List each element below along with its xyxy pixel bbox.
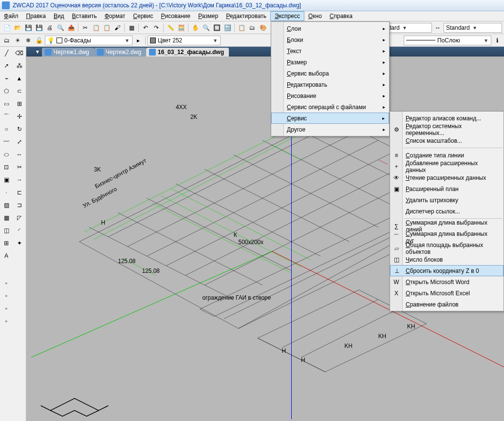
- express-menu-item[interactable]: Сервис выбора▸: [271, 68, 389, 79]
- offset-tool[interactable]: ⊂: [14, 85, 25, 97]
- menu-формат[interactable]: Формат: [101, 11, 130, 21]
- rotate-tool[interactable]: ↻: [14, 123, 25, 135]
- hatch-tool[interactable]: ▨: [0, 199, 12, 211]
- lineweight-combo[interactable]: ПоСлою ▾: [404, 36, 491, 45]
- extend-tool[interactable]: →: [14, 174, 25, 186]
- open-button[interactable]: 📂: [13, 23, 22, 33]
- erase-tool[interactable]: ⌫: [14, 47, 25, 59]
- menu-рисование[interactable]: Рисование: [157, 11, 194, 21]
- group-tool4[interactable]: ▫: [0, 315, 12, 327]
- match-button[interactable]: 🖌: [112, 23, 122, 33]
- dimstyle-icon[interactable]: ↔: [433, 23, 443, 33]
- pan-button[interactable]: ✋: [190, 23, 200, 33]
- service-menu-item[interactable]: ⚙Редактор системных переменных...: [390, 124, 504, 135]
- circle-tool[interactable]: ○: [0, 123, 12, 135]
- gradient-tool[interactable]: ▦: [0, 212, 12, 224]
- menu-сервис[interactable]: Сервис: [129, 11, 157, 21]
- layer-sun-icon[interactable]: ☀: [13, 36, 22, 45]
- point-tool[interactable]: ·: [0, 187, 12, 198]
- service-menu-item[interactable]: Сравнение файлов: [390, 299, 504, 310]
- chamfer-tool[interactable]: ◸: [14, 212, 25, 224]
- service-menu-item[interactable]: WОткрыть Microsoft Word: [390, 276, 504, 287]
- express-menu-item[interactable]: Редактировать▸: [271, 79, 389, 90]
- menu-редактировать[interactable]: Редактировать: [222, 11, 270, 21]
- express-menu-item[interactable]: Сервис▸: [271, 113, 389, 124]
- dim-style-combo[interactable]: Standard ▾: [444, 23, 502, 33]
- service-menu-item[interactable]: XОткрыть Microsoft Excel: [390, 287, 504, 299]
- copy-button[interactable]: 📋: [91, 23, 101, 33]
- express-menu-item[interactable]: Блоки▸: [271, 34, 389, 45]
- express-menu-item[interactable]: Текст▸: [271, 45, 389, 57]
- service-menu-item[interactable]: 👁Чтение расширенных данных: [390, 172, 504, 183]
- fillet-tool[interactable]: ◜: [14, 225, 25, 236]
- layer-state-button[interactable]: ▸: [133, 36, 143, 45]
- line-tool[interactable]: ╱: [0, 47, 12, 59]
- menu-окно[interactable]: Окно: [304, 11, 326, 21]
- service-menu-item[interactable]: Список масштабов...: [390, 135, 504, 146]
- move-tool[interactable]: ✢: [14, 111, 25, 122]
- cut-button[interactable]: ✂: [80, 23, 90, 33]
- table-tool[interactable]: ⊞: [0, 237, 12, 249]
- document-tab[interactable]: Чертеж2.dwg: [94, 48, 146, 57]
- array-tool[interactable]: ⊞: [14, 98, 25, 110]
- express-menu-item[interactable]: Другое▸: [271, 124, 389, 135]
- menu-вставить[interactable]: Вставить: [68, 11, 101, 21]
- save-button[interactable]: 💾: [23, 23, 33, 33]
- layer-manager-button[interactable]: 🗂: [2, 36, 12, 45]
- trim-tool[interactable]: ✂: [14, 161, 25, 173]
- service-menu-item[interactable]: ▱Общая площадь выбранных объектов: [390, 243, 504, 254]
- service-menu-item[interactable]: ▣Расширенный план: [390, 183, 504, 194]
- undo-button[interactable]: ↶: [141, 23, 150, 33]
- explode-tool[interactable]: ✦: [14, 237, 25, 249]
- spline-tool[interactable]: 〰: [0, 136, 12, 148]
- menu-вид[interactable]: Вид: [50, 11, 68, 21]
- menu-файл[interactable]: Файл: [0, 11, 22, 21]
- layer-freeze-icon[interactable]: ❄: [23, 36, 33, 45]
- express-menu-item[interactable]: Слои▸: [271, 23, 389, 34]
- service-menu-item[interactable]: Диспетчер ссылок...: [390, 206, 504, 217]
- group-tool1[interactable]: ▫: [0, 277, 12, 289]
- ray-tool[interactable]: ↗: [0, 60, 12, 72]
- print-button[interactable]: 🖨: [45, 23, 55, 33]
- tool-palette-button[interactable]: 🎨: [258, 23, 268, 33]
- service-menu-item[interactable]: Удалить штриховку: [390, 194, 504, 206]
- document-tab[interactable]: 16_03_12_фасады.dwg: [146, 48, 229, 57]
- redo-button[interactable]: ↷: [151, 23, 161, 33]
- saveall-button[interactable]: 💾: [34, 23, 44, 33]
- scale-tool[interactable]: ⤢: [14, 136, 25, 148]
- service-menu-item[interactable]: ⊥Сбросить координату Z в 0: [390, 265, 504, 276]
- join-tool[interactable]: ⊐: [14, 199, 25, 211]
- rectangle-tool[interactable]: ▭: [0, 98, 12, 110]
- express-menu-item[interactable]: Размер▸: [271, 57, 389, 68]
- layer-combo[interactable]: 💡 0-Фасады ▾: [45, 36, 132, 45]
- new-button[interactable]: 📄: [2, 23, 12, 33]
- express-menu-item[interactable]: Сервис операций с файлами▸: [271, 101, 389, 113]
- menu-правка[interactable]: Правка: [22, 11, 50, 21]
- polygon-tool[interactable]: ⬠: [0, 85, 12, 97]
- express-menu-item[interactable]: Рисование▸: [271, 90, 389, 101]
- group-tool2[interactable]: ▫: [0, 290, 12, 302]
- mirror-tool[interactable]: ▲: [14, 73, 25, 84]
- layer-lock-icon[interactable]: 🔓: [34, 36, 44, 45]
- paste-button[interactable]: 📋: [102, 23, 112, 33]
- document-tab[interactable]: Чертеж1.dwg: [42, 48, 94, 57]
- lineweight-info-button[interactable]: ℹ: [492, 36, 502, 45]
- arc-tool[interactable]: ⌒: [0, 111, 12, 122]
- publish-button[interactable]: 📤: [66, 23, 76, 33]
- dist-button[interactable]: 📏: [166, 23, 175, 33]
- tab-dropdown-icon[interactable]: ▾: [36, 48, 39, 55]
- service-menu-item[interactable]: ◫Число блоков: [390, 254, 504, 265]
- menu-экспресс[interactable]: Экспресс: [270, 11, 304, 21]
- zoomwin-button[interactable]: 🔲: [212, 23, 222, 33]
- copy-tool[interactable]: ⁂: [14, 60, 25, 72]
- properties-button[interactable]: 📋: [237, 23, 246, 33]
- text-tool[interactable]: A: [0, 250, 12, 262]
- zoomprev-button[interactable]: 🔙: [223, 23, 232, 33]
- block-button[interactable]: ▦: [127, 23, 136, 33]
- zoom-button[interactable]: 🔍: [201, 23, 211, 33]
- polyline-tool[interactable]: ⌁: [0, 73, 12, 84]
- region-tool[interactable]: ◫: [0, 225, 12, 236]
- stretch-tool[interactable]: ↔: [14, 149, 25, 160]
- preview-button[interactable]: 🔍: [56, 23, 65, 33]
- block-create-tool[interactable]: ▣: [0, 174, 12, 186]
